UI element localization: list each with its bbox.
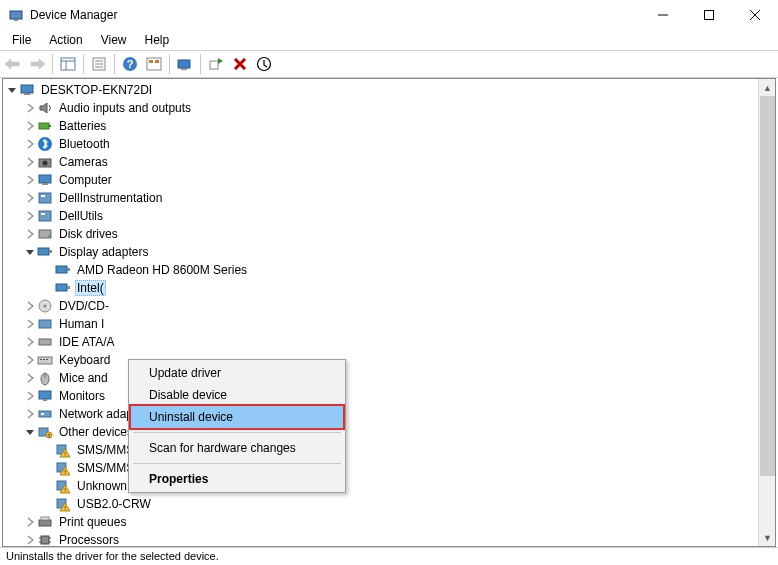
back-button[interactable] <box>2 53 24 75</box>
caret-right-icon[interactable] <box>23 353 37 367</box>
caret-right-icon[interactable] <box>23 227 37 241</box>
vertical-scrollbar[interactable]: ▲ ▼ <box>758 79 775 546</box>
scroll-down-button[interactable]: ▼ <box>759 529 776 546</box>
tree-node-intel[interactable]: Intel( <box>5 279 775 297</box>
tree-node-human[interactable]: Human I <box>5 315 775 333</box>
svg-rect-18 <box>178 60 190 68</box>
tree-node-printq[interactable]: Print queues <box>5 513 775 531</box>
tree-node-dellinstr[interactable]: DellInstrumentation <box>5 189 775 207</box>
svg-rect-25 <box>24 93 30 95</box>
caret-right-icon[interactable] <box>23 515 37 529</box>
tree-node-batteries[interactable]: Batteries <box>5 117 775 135</box>
caret-right-icon[interactable] <box>23 317 37 331</box>
tree-label: Processors <box>57 532 121 546</box>
tree-node-mice[interactable]: Mice and <box>5 369 775 387</box>
scroll-up-button[interactable]: ▲ <box>759 79 776 96</box>
menu-file[interactable]: File <box>4 31 39 49</box>
caret-down-icon[interactable] <box>5 83 19 97</box>
caret-right-icon[interactable] <box>23 335 37 349</box>
scrollbar-thumb[interactable] <box>760 96 775 476</box>
tree-node-audio[interactable]: Audio inputs and outputs <box>5 99 775 117</box>
tree-node-ide[interactable]: IDE ATA/A <box>5 333 775 351</box>
display-adapter-icon <box>55 280 71 296</box>
properties-button[interactable] <box>88 53 110 75</box>
tree-root[interactable]: DESKTOP-EKN72DI <box>5 81 775 99</box>
system-device-icon <box>37 208 53 224</box>
svg-rect-39 <box>38 248 49 255</box>
ctx-label: Scan for hardware changes <box>149 441 296 455</box>
uninstall-button[interactable] <box>229 53 251 75</box>
svg-point-30 <box>43 161 48 166</box>
ctx-uninstall-device[interactable]: Uninstall device <box>131 406 343 428</box>
caret-right-icon[interactable] <box>23 371 37 385</box>
ctx-disable-device[interactable]: Disable device <box>131 384 343 406</box>
ctx-update-driver[interactable]: Update driver <box>131 362 343 384</box>
toolbar: ? <box>0 50 778 78</box>
tree-node-unknown[interactable]: ! Unknown device <box>5 477 775 495</box>
menu-view[interactable]: View <box>93 31 135 49</box>
svg-point-46 <box>44 305 47 308</box>
tree-node-other[interactable]: ? Other devices <box>5 423 775 441</box>
menu-help[interactable]: Help <box>137 31 178 49</box>
tree-node-dvd[interactable]: DVD/CD- <box>5 297 775 315</box>
tree-node-usb2crw[interactable]: ! USB2.0-CRW <box>5 495 775 513</box>
caret-right-icon[interactable] <box>23 155 37 169</box>
disk-icon <box>37 226 53 242</box>
tree-node-monitors[interactable]: Monitors <box>5 387 775 405</box>
caret-right-icon[interactable] <box>23 101 37 115</box>
caret-right-icon[interactable] <box>23 137 37 151</box>
caret-down-icon[interactable] <box>23 425 37 439</box>
caret-right-icon[interactable] <box>23 533 37 546</box>
tree-label: AMD Radeon HD 8600M Series <box>75 262 249 278</box>
tree-label: DellInstrumentation <box>57 190 164 206</box>
caret-right-icon[interactable] <box>23 389 37 403</box>
svg-rect-35 <box>39 211 51 221</box>
scan-hardware-button[interactable] <box>174 53 196 75</box>
tree-node-network[interactable]: Network adapters <box>5 405 775 423</box>
disable-button[interactable] <box>253 53 275 75</box>
tree-label: Computer <box>57 172 114 188</box>
close-button[interactable] <box>732 0 778 30</box>
tree-node-sms1[interactable]: ! SMS/MMS <box>5 441 775 459</box>
warning-device-icon: ! <box>55 496 71 512</box>
minimize-button[interactable] <box>640 0 686 30</box>
separator <box>133 463 341 464</box>
caret-right-icon[interactable] <box>23 191 37 205</box>
tree-node-sms2[interactable]: ! SMS/MMS <box>5 459 775 477</box>
maximize-button[interactable] <box>686 0 732 30</box>
tree-node-processors[interactable]: Processors <box>5 531 775 546</box>
battery-icon <box>37 118 53 134</box>
tree-node-keyboard[interactable]: Keyboard <box>5 351 775 369</box>
caret-right-icon[interactable] <box>23 209 37 223</box>
device-tree[interactable]: DESKTOP-EKN72DI Audio inputs and outputs… <box>3 79 775 546</box>
caret-right-icon[interactable] <box>23 173 37 187</box>
tree-label: Audio inputs and outputs <box>57 100 193 116</box>
tree-label: DESKTOP-EKN72DI <box>39 82 154 98</box>
caret-right-icon[interactable] <box>23 299 37 313</box>
tree-node-display[interactable]: Display adapters <box>5 243 775 261</box>
help-button[interactable]: ? <box>119 53 141 75</box>
warning-device-icon: ! <box>55 460 71 476</box>
forward-button[interactable] <box>26 53 48 75</box>
tree-node-disk[interactable]: Disk drives <box>5 225 775 243</box>
caret-right-icon[interactable] <box>23 407 37 421</box>
show-hide-console-button[interactable] <box>57 53 79 75</box>
action-center-button[interactable] <box>143 53 165 75</box>
tree-node-cameras[interactable]: Cameras <box>5 153 775 171</box>
caret-down-icon[interactable] <box>23 245 37 259</box>
svg-rect-19 <box>181 68 187 70</box>
tree-node-dellutils[interactable]: DellUtils <box>5 207 775 225</box>
hid-icon <box>37 316 53 332</box>
caret-right-icon[interactable] <box>23 119 37 133</box>
svg-rect-41 <box>56 266 67 273</box>
update-driver-button[interactable] <box>205 53 227 75</box>
ctx-scan-hardware[interactable]: Scan for hardware changes <box>131 437 343 459</box>
tree-node-bluetooth[interactable]: Bluetooth <box>5 135 775 153</box>
tree-label: Bluetooth <box>57 136 112 152</box>
tree-node-amd[interactable]: AMD Radeon HD 8600M Series <box>5 261 775 279</box>
separator <box>200 54 201 74</box>
content-area: DESKTOP-EKN72DI Audio inputs and outputs… <box>2 78 776 547</box>
tree-node-computer[interactable]: Computer <box>5 171 775 189</box>
ctx-properties[interactable]: Properties <box>131 468 343 490</box>
menu-action[interactable]: Action <box>41 31 90 49</box>
